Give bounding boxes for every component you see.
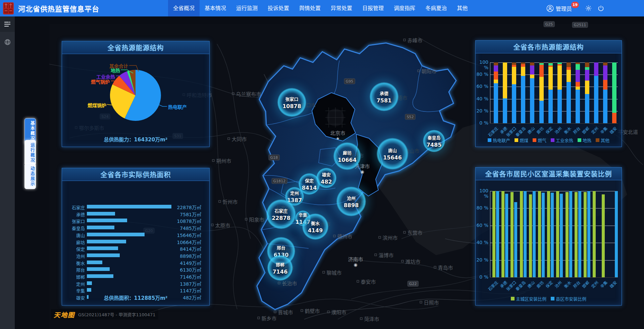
square-marker-icon	[403, 39, 406, 41]
group-bar-主城区安装比例	[538, 191, 541, 277]
bubble-city-value: 8898	[344, 202, 359, 208]
map-city-bubble[interactable]: 张家口10878	[277, 88, 306, 117]
map-attribution: 天地图 GS(2021)1487号 - 甲测资字1100471	[51, 309, 158, 320]
map-city-bubble[interactable]: 沧州8898	[336, 187, 366, 216]
square-marker-icon	[420, 301, 422, 303]
panel-title: 全省各市居民小区室温采集装置安装比例	[476, 168, 622, 180]
map-place-label: 朝阳市	[417, 67, 436, 75]
nav-item-6[interactable]: 异常处置	[326, 0, 357, 16]
hbar-value: 1387万㎡	[180, 280, 201, 287]
map-city-bubble[interactable]: 承德7581	[370, 82, 398, 111]
hbar-city-label: 辛集	[65, 287, 85, 294]
group-bar-县区市安装比例	[505, 194, 508, 277]
nav-item-7[interactable]: 日报管理	[357, 0, 389, 16]
map-place-label: 大同市	[227, 135, 247, 142]
square-marker-icon	[218, 200, 221, 203]
group-bar-县区市安装比例	[587, 191, 590, 277]
hbar-value: 10664万㎡	[177, 239, 201, 245]
map-city-bubble[interactable]: 秦皇岛7485	[423, 130, 445, 152]
stack-segment-热电联产	[557, 90, 562, 123]
legend-item: 县区市安装比例	[551, 295, 586, 302]
stack-segment-其他	[494, 62, 498, 65]
road-shield-badge: G18	[269, 155, 280, 160]
nav-item-2[interactable]: 基本情况	[200, 0, 231, 16]
map-city-bubble[interactable]: 邯郸7146	[267, 255, 293, 281]
side-button-operation-overview[interactable]: 运行概况	[24, 140, 36, 166]
notification-badge[interactable]: 19	[571, 2, 579, 8]
bubble-city-name: 定州	[290, 190, 299, 196]
user-icon	[546, 5, 554, 12]
y-axis-tick-label: 60 %	[476, 84, 488, 89]
stack-segment-热电联产	[530, 78, 534, 123]
map-city-bubble[interactable]: 衡水4149	[302, 214, 328, 240]
nav-item-3[interactable]: 运行监测	[231, 0, 263, 16]
bubble-city-value: 15646	[383, 154, 402, 161]
square-marker-icon	[274, 311, 276, 313]
bubble-city-name: 承德	[380, 90, 388, 96]
nav-item-4[interactable]: 投诉处置	[263, 0, 294, 16]
y-axis-tick-label: 40 %	[476, 96, 488, 101]
hbar-city-label: 沧州	[65, 253, 85, 259]
group-bar-主城区安装比例	[492, 191, 495, 277]
hbar-value: 22878万㎡	[177, 204, 201, 210]
city-dot-icon: ◉	[360, 170, 364, 174]
user-menu[interactable]: 管理员 19	[546, 4, 580, 12]
nav-item-9[interactable]: 冬病夏治	[420, 0, 452, 16]
nav-item-8[interactable]: 调度指挥	[389, 0, 420, 16]
y-axis-tick-label: 80 %	[476, 72, 488, 77]
gridline	[490, 99, 618, 99]
stack-segment-工业余热	[494, 65, 498, 72]
gridline	[490, 191, 618, 191]
stack-segment-燃气	[539, 65, 544, 77]
map-place-label: 赤峰市	[403, 37, 422, 44]
hbar-city-label: 保定	[65, 246, 85, 252]
group-bar-县区市安装比例	[569, 191, 572, 277]
power-icon[interactable]	[597, 5, 604, 12]
hbar-value: 8414万㎡	[180, 245, 201, 252]
hbar-bar	[87, 212, 115, 216]
group-bar-县区市安装比例	[542, 193, 545, 277]
stack-segment-热电联产	[576, 90, 580, 123]
group-bar-县区市安装比例	[514, 202, 517, 277]
hbar-city-label: 唐山	[65, 232, 85, 238]
panel-title: 全省热源能源结构	[62, 41, 209, 54]
globe-icon[interactable]	[0, 35, 15, 49]
square-marker-icon	[434, 266, 436, 269]
stack-segment-地热	[539, 63, 544, 65]
map-place-label: 乌兰察布市	[232, 90, 261, 97]
stack-segment-工业余热	[594, 62, 598, 76]
map-city-bubble[interactable]: 石家庄22878	[266, 199, 296, 229]
bubble-city-value: 10878	[282, 103, 301, 109]
map-city-bubble[interactable]: 唐山15646	[377, 138, 408, 170]
map-place-label: 济南市◉	[348, 255, 363, 267]
bubble-city-name: 秦皇岛	[427, 134, 440, 141]
stack-segment-其他	[521, 62, 525, 64]
hbar-value: 7485万㎡	[180, 225, 201, 231]
map-place-label: 滨州市	[378, 234, 397, 241]
y-axis-tick-label: 20 %	[476, 108, 488, 113]
map-city-bubble[interactable]: 廊坊10664	[333, 142, 361, 170]
map-place-label: 阳泉市	[245, 216, 264, 223]
map-city-bubble[interactable]: 雄安482	[316, 168, 336, 188]
map-place-label: 青岛市	[434, 264, 453, 271]
square-marker-icon	[403, 231, 406, 234]
nav-item-10[interactable]: 其他	[452, 0, 473, 16]
stack-segment-燃煤	[530, 75, 534, 78]
nav-item-1[interactable]: 全省概况	[168, 0, 200, 16]
bubble-city-name: 张家口	[285, 96, 298, 102]
app-title: 河北省供热监管信息平台	[18, 3, 99, 13]
stack-segment-燃煤	[503, 62, 507, 98]
settings-gear-icon[interactable]	[585, 5, 592, 12]
gridline	[490, 111, 618, 111]
square-marker-icon	[333, 235, 335, 237]
hamburger-menu-icon[interactable]	[0, 16, 15, 32]
nav-item-5[interactable]: 舆情处置	[294, 0, 326, 16]
y-axis-tick-label: 60 %	[476, 223, 488, 228]
stack-segment-燃煤	[576, 87, 580, 90]
square-marker-icon	[227, 138, 230, 140]
map-place-label: 太原市	[211, 222, 230, 229]
side-button-dynamic-display[interactable]: 动态展示	[24, 163, 36, 189]
gridline	[490, 208, 618, 208]
stack-segment-燃气	[576, 82, 580, 87]
stack-segment-燃煤	[567, 70, 571, 82]
